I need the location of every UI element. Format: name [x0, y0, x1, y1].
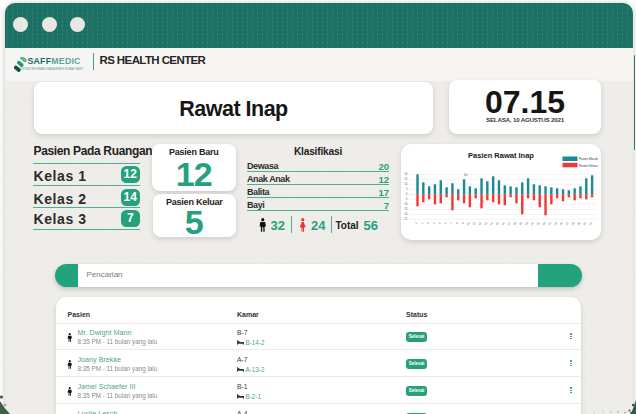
- svg-text:0: 0: [406, 192, 408, 196]
- svg-text:5: 5: [406, 187, 408, 191]
- svg-text:12: 12: [477, 221, 482, 226]
- svg-text:8: 8: [454, 221, 458, 225]
- svg-text:21: 21: [529, 221, 534, 226]
- svg-text:28: 28: [570, 221, 575, 226]
- svg-text:-10: -10: [403, 202, 407, 206]
- svg-text:13: 13: [483, 221, 488, 226]
- svg-text:29: 29: [576, 221, 581, 226]
- svg-text:23: 23: [541, 221, 546, 226]
- svg-text:30: 30: [582, 221, 587, 226]
- svg-text:7: 7: [449, 221, 453, 225]
- svg-text:31: 31: [587, 221, 592, 226]
- svg-text:5: 5: [437, 221, 441, 225]
- svg-text:10: 10: [465, 221, 470, 226]
- svg-text:14: 14: [488, 221, 493, 226]
- svg-text:5: 5: [482, 200, 484, 204]
- svg-text:6: 6: [443, 221, 447, 225]
- svg-text:22: 22: [535, 221, 540, 226]
- svg-text:2: 2: [419, 221, 423, 225]
- svg-text:18: 18: [512, 221, 517, 226]
- svg-text:Pasien Masuk: Pasien Masuk: [579, 157, 598, 161]
- svg-text:20: 20: [523, 221, 528, 226]
- svg-text:10: 10: [404, 182, 407, 186]
- svg-text:1: 1: [414, 221, 418, 225]
- svg-text:4: 4: [431, 221, 435, 225]
- svg-text:-25: -25: [403, 217, 407, 221]
- svg-text:-20: -20: [403, 212, 407, 216]
- svg-text:11: 11: [471, 221, 476, 226]
- svg-text:24: 24: [547, 221, 552, 226]
- svg-text:15: 15: [494, 221, 499, 226]
- svg-text:-5: -5: [405, 197, 408, 201]
- svg-text:26: 26: [558, 221, 563, 226]
- svg-text:25: 25: [552, 221, 557, 226]
- svg-text:20: 20: [404, 172, 407, 176]
- svg-text:Pasien Keluar: Pasien Keluar: [579, 164, 598, 168]
- svg-text:Pasien Rawat Inap: Pasien Rawat Inap: [468, 151, 534, 160]
- svg-text:17: 17: [506, 221, 511, 226]
- svg-text:10: 10: [463, 173, 467, 177]
- svg-text:27: 27: [564, 221, 569, 226]
- svg-text:16: 16: [500, 221, 505, 226]
- svg-text:15: 15: [404, 177, 407, 181]
- svg-text:-15: -15: [403, 207, 407, 211]
- svg-text:3: 3: [425, 221, 429, 225]
- svg-text:9: 9: [460, 221, 464, 225]
- svg-text:19: 19: [518, 221, 523, 226]
